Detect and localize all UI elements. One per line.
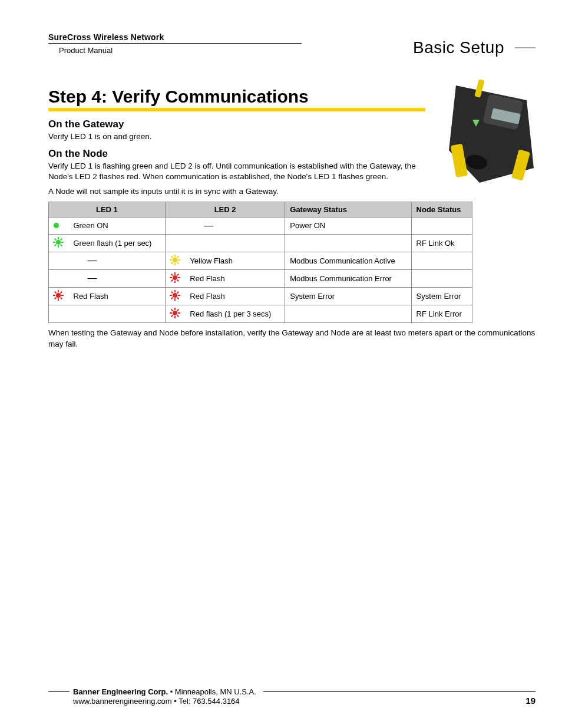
- doc-type: Product Manual: [59, 46, 413, 55]
- led2-text: [185, 234, 285, 252]
- led-flash-yellow-icon: [170, 255, 180, 265]
- gateway-status-cell: Modbus Communication Active: [285, 252, 411, 269]
- table-row: Red FlashRed FlashSystem ErrorSystem Err…: [49, 287, 472, 305]
- led1-text: —: [69, 252, 166, 269]
- led2-text: Red Flash: [185, 287, 285, 305]
- footer-tel: Tel: 763.544.3164: [178, 697, 239, 706]
- led-flash-red-icon: [170, 308, 180, 318]
- led2-text: Red flash (1 per 3 secs): [185, 305, 285, 322]
- node-text-1: Verify LED 1 is flashing green and LED 2…: [48, 161, 431, 182]
- node-status-cell: RF Link Error: [411, 305, 472, 322]
- node-text-2: A Node will not sample its inputs until …: [48, 186, 535, 197]
- th-led1: LED 1: [49, 202, 166, 217]
- led-solid-green-icon: [54, 223, 59, 228]
- gateway-status-cell: Modbus Communication Error: [285, 269, 411, 287]
- footer-web: www.bannerengineering.com: [73, 697, 172, 706]
- footer-company: Banner Engineering Corp.: [73, 687, 168, 696]
- led1-text: Green flash (1 per sec): [69, 234, 166, 252]
- th-led2: LED 2: [165, 202, 285, 217]
- led-status-table: LED 1 LED 2 Gateway Status Node Status G…: [48, 202, 472, 323]
- table-row: —Yellow FlashModbus Communication Active: [49, 252, 472, 269]
- header-dash-icon: [515, 47, 535, 48]
- node-status-cell: [411, 217, 472, 234]
- led1-text: [69, 305, 166, 322]
- page-footer: Banner Engineering Corp. • Minneapolis, …: [48, 687, 535, 706]
- device-photo: [444, 80, 535, 183]
- table-row: —Red FlashModbus Communication Error: [49, 269, 472, 287]
- led2-text: Red Flash: [185, 269, 285, 287]
- accent-bar: [48, 108, 425, 111]
- led-flash-red-icon: [170, 273, 180, 282]
- gateway-text: Verify LED 1 is on and green.: [48, 131, 431, 142]
- led2-text: Yellow Flash: [185, 252, 285, 269]
- led-flash-red-icon: [54, 291, 63, 300]
- table-row: Green ON—Power ON: [49, 217, 472, 234]
- gateway-status-cell: [285, 305, 411, 322]
- led1-text: —: [69, 269, 166, 287]
- gateway-status-cell: [285, 234, 411, 252]
- table-row: Green flash (1 per sec)RF Link Ok: [49, 234, 472, 252]
- section-title: Basic Setup: [413, 38, 535, 57]
- product-line: SureCross Wireless Network: [48, 32, 413, 42]
- led-flash-red-icon: [170, 291, 180, 300]
- led1-text: Red Flash: [69, 287, 166, 305]
- post-table-note: When testing the Gateway and Node before…: [48, 328, 535, 350]
- led2-text: —: [185, 217, 285, 234]
- node-status-cell: RF Link Ok: [411, 234, 472, 252]
- page-header: SureCross Wireless Network Product Manua…: [48, 32, 535, 57]
- th-gateway-status: Gateway Status: [285, 202, 411, 217]
- th-node-status: Node Status: [411, 202, 472, 217]
- node-status-cell: [411, 269, 472, 287]
- page-number: 19: [525, 696, 535, 706]
- table-row: Red flash (1 per 3 secs)RF Link Error: [49, 305, 472, 322]
- node-status-cell: [411, 252, 472, 269]
- gateway-status-cell: System Error: [285, 287, 411, 305]
- node-status-cell: System Error: [411, 287, 472, 305]
- footer-location: Minneapolis, MN U.S.A.: [175, 687, 256, 696]
- gateway-status-cell: Power ON: [285, 217, 411, 234]
- led-flash-green-icon: [54, 238, 63, 247]
- led1-text: Green ON: [69, 217, 166, 234]
